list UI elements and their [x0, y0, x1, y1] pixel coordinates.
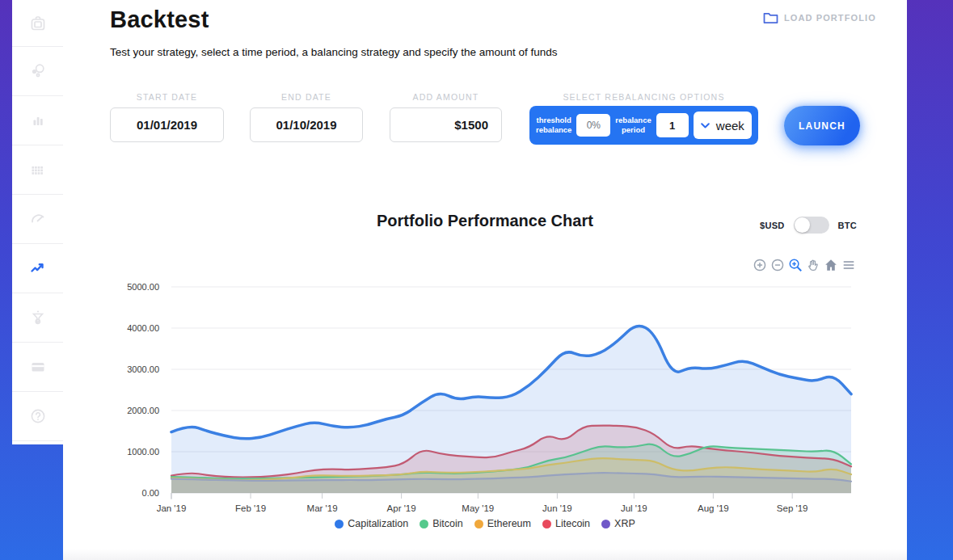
grid-icon: [28, 160, 48, 179]
launch-button[interactable]: LAUNCH: [784, 106, 860, 145]
zoom-in-icon[interactable]: [752, 257, 767, 272]
briefcase-icon: [28, 14, 48, 33]
sidebar-item-allocation[interactable]: [12, 47, 63, 96]
main-content: Backtest LOAD PORTFOLIO Test your strate…: [63, 0, 907, 560]
x-axis-tick: Apr '19: [387, 503, 416, 513]
funnel-icon: [28, 308, 48, 327]
add-amount-input[interactable]: [390, 107, 502, 142]
start-date-label: START DATE: [110, 92, 224, 102]
legend-dot: [420, 520, 428, 528]
page-subtitle: Test your strategy, select a time period…: [110, 46, 558, 58]
trending-up-icon: [28, 259, 48, 278]
x-axis-tick: Jun '19: [542, 503, 572, 513]
legend-label: Litecoin: [555, 518, 590, 529]
zoom-out-icon[interactable]: [770, 257, 785, 272]
x-axis-tick: Jan '19: [157, 503, 187, 513]
legend-item-bitcoin[interactable]: Bitcoin: [420, 518, 463, 529]
btc-label: BTC: [838, 221, 858, 230]
legend-dot: [601, 520, 610, 528]
y-axis-tick: 5000.00: [127, 282, 159, 292]
rebalance-period-input[interactable]: [656, 113, 689, 137]
sidebar-item-gauge[interactable]: [12, 195, 63, 244]
end-date-input[interactable]: [250, 107, 363, 142]
legend-label: Bitcoin: [432, 518, 463, 529]
sidebar-item-portfolio[interactable]: [12, 0, 63, 47]
x-axis-tick: Sep '19: [777, 503, 808, 513]
chevron-down-icon: [701, 123, 710, 128]
period-unit-value: week: [716, 119, 744, 133]
legend-label: XRP: [614, 518, 635, 529]
y-axis-tick: 3000.00: [127, 364, 159, 374]
usd-label: $USD: [760, 221, 785, 230]
x-axis-tick: Feb '19: [235, 503, 266, 513]
load-portfolio-button[interactable]: LOAD PORTFOLIO: [763, 11, 876, 24]
sidebar-item-help[interactable]: [12, 392, 63, 441]
chart-toolbar: [752, 257, 856, 272]
period-unit-select[interactable]: week: [694, 112, 752, 139]
legend-label: Capitalization: [348, 518, 408, 529]
chart-title: Portfolio Performance Chart: [377, 212, 593, 230]
x-axis-tick: Mar '19: [307, 503, 338, 513]
page-title: Backtest: [110, 6, 209, 33]
page-background: Backtest LOAD PORTFOLIO Test your strate…: [0, 0, 953, 560]
sidebar-item-markets[interactable]: [12, 145, 63, 195]
y-axis-tick: 4000.00: [127, 323, 159, 333]
threshold-rebalance-label: threshold rebalance: [536, 116, 571, 135]
legend-label: Ethereum: [487, 518, 531, 529]
x-axis-tick: May '19: [462, 503, 494, 513]
performance-chart[interactable]: 0.001000.002000.003000.004000.005000.00J…: [121, 279, 861, 521]
currency-toggle-group: $USD BTC: [760, 217, 857, 234]
rebalancing-options-label: SELECT REBALANCING OPTIONS: [529, 92, 758, 102]
legend-item-ethereum[interactable]: Ethereum: [474, 518, 531, 529]
bottom-band: [63, 549, 907, 560]
add-amount-label: ADD AMOUNT: [390, 92, 502, 102]
bubbles-icon: [28, 61, 48, 81]
bar-chart-icon: [28, 111, 48, 130]
box-zoom-icon[interactable]: [787, 257, 803, 272]
x-axis-tick: Aug '19: [698, 503, 729, 513]
rebalance-period-label: rebalance period: [615, 116, 651, 135]
credit-card-icon: [28, 357, 48, 377]
rebalancing-panel: threshold rebalance rebalance period wee…: [529, 106, 758, 145]
menu-icon[interactable]: [841, 257, 856, 272]
pan-icon[interactable]: [805, 257, 820, 272]
sidebar-item-payments[interactable]: [12, 343, 63, 392]
sidebar: [12, 0, 63, 444]
sidebar-item-filter[interactable]: [12, 293, 63, 343]
folder-icon: [763, 11, 778, 24]
y-axis-tick: 2000.00: [127, 406, 159, 415]
x-axis-tick: Jul '19: [621, 503, 647, 513]
legend-item-litecoin[interactable]: Litecoin: [542, 518, 590, 529]
y-axis-tick: 1000.00: [127, 447, 159, 457]
threshold-rebalance-input[interactable]: [576, 114, 610, 137]
toggle-knob: [795, 217, 810, 233]
legend-dot: [474, 520, 483, 528]
chart-legend: CapitalizationBitcoinEthereumLitecoinXRP: [63, 518, 907, 529]
end-date-label: END DATE: [250, 92, 363, 102]
chart-svg: 0.001000.002000.003000.004000.005000.00J…: [121, 279, 861, 521]
gauge-icon: [28, 209, 48, 229]
help-icon: [28, 406, 48, 426]
start-date-input[interactable]: [110, 107, 224, 142]
currency-toggle[interactable]: [794, 217, 829, 234]
sidebar-item-backtest[interactable]: [12, 244, 63, 293]
y-axis-tick: 0.00: [142, 488, 159, 498]
load-portfolio-label: LOAD PORTFOLIO: [784, 13, 876, 23]
legend-item-xrp[interactable]: XRP: [601, 518, 635, 529]
legend-item-capitalization[interactable]: Capitalization: [335, 518, 408, 529]
sidebar-item-stats[interactable]: [12, 96, 63, 145]
home-icon[interactable]: [823, 257, 838, 272]
legend-dot: [335, 520, 344, 528]
legend-dot: [542, 520, 551, 528]
